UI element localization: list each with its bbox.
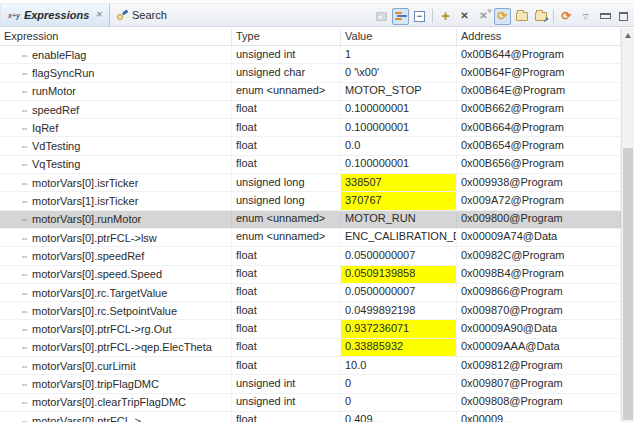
value-cell: 0.0509139858 [341, 266, 457, 283]
type-cell: unsigned long [232, 174, 341, 191]
expression-cell: ⇔runMotor [0, 83, 232, 100]
table-row[interactable]: ⇔motorVars[0].tripFlagDMC unsigned int 0… [0, 375, 621, 393]
table-body: ⇔enableFlag unsigned int 1 0x00B644@Prog… [0, 46, 621, 422]
address-cell: 0x009A72@Program [457, 192, 621, 209]
expression-name: enableFlag [32, 49, 86, 61]
remove-all-expressions-icon[interactable]: ✕ [475, 8, 492, 25]
table-row[interactable]: ⇔motorVars[0].isrTicker unsigned long 33… [0, 174, 621, 192]
expression-icon: ⇔ [20, 87, 29, 96]
add-expression-icon[interactable]: + [437, 8, 454, 25]
type-cell: float [232, 320, 341, 337]
address-cell: 0x009807@Program [457, 375, 621, 392]
search-icon [117, 10, 128, 21]
table-row[interactable]: ⇔motorVars[0].ptrFCL->qep.ElecTheta floa… [0, 339, 621, 357]
expression-icon: ⇔ [20, 105, 29, 114]
scroll-up-icon[interactable] [622, 28, 634, 43]
expression-cell: ⇔IqRef [0, 119, 232, 136]
maximize-icon[interactable] [615, 8, 632, 25]
column-header-type[interactable]: Type [232, 28, 341, 45]
value-cell: 0 [341, 375, 457, 392]
address-cell: 0x009870@Program [457, 302, 621, 319]
expression-cell: ⇔flagSyncRun [0, 64, 232, 81]
address-cell: 0x00B64F@Program [457, 64, 621, 81]
show-column-layout-icon[interactable] [373, 8, 390, 25]
type-cell: float [232, 357, 341, 374]
show-logical-structure-icon[interactable] [392, 8, 409, 25]
value-cell: 0.0500000007 [341, 284, 457, 301]
table-row[interactable]: ⇔VdTesting float 0.0 0x00B654@Program [0, 137, 621, 155]
export-expressions-icon[interactable] [532, 8, 549, 25]
table-row[interactable]: ⇔motorVars[0].runMotor enum <unnamed> MO… [0, 211, 621, 229]
table-row[interactable]: ⇔motorVars[0].clearTripFlagDMC unsigned … [0, 394, 621, 412]
vertical-scrollbar[interactable] [621, 28, 634, 422]
expression-name: motorVars[0].speed.Speed [32, 268, 162, 280]
close-icon[interactable]: ✕ [95, 11, 102, 19]
value-cell: 0.0499892198 [341, 302, 457, 319]
expression-icon: ⇔ [20, 398, 29, 407]
expression-cell: ⇔motorVars[0].ptrFCL->... [0, 412, 232, 422]
expression-name: speedRef [32, 104, 79, 116]
type-cell: float [232, 137, 341, 154]
table-row[interactable]: ⇔VqTesting float 0.100000001 0x00B656@Pr… [0, 156, 621, 174]
remove-expression-icon[interactable]: ✕ [456, 8, 473, 25]
refresh-icon[interactable]: ⟳ [558, 8, 575, 25]
expressions-table: Expression Type Value Address ⇔enableFla… [0, 28, 621, 422]
expressions-view: x+y Expressions ✕ Search − + ✕ ✕ ⟳ ⟳ ▽ [0, 0, 634, 422]
type-cell: enum <unnamed> [232, 229, 341, 246]
table-row[interactable]: ⇔motorVars[0].ptrFCL->lsw enum <unnamed>… [0, 229, 621, 247]
address-cell: 0x00982C@Program [457, 247, 621, 264]
collapse-all-icon[interactable]: − [411, 8, 428, 25]
table-row[interactable]: ⇔motorVars[0].ptrFCL->rg.Out float 0.937… [0, 320, 621, 338]
type-cell: float [232, 266, 341, 283]
toolbar-separator [432, 9, 433, 23]
expression-name: motorVars[0].ptrFCL->lsw [32, 232, 157, 244]
value-cell: 0 '\x00' [341, 64, 457, 81]
expression-name: VqTesting [32, 158, 80, 170]
table-row[interactable]: ⇔flagSyncRun unsigned char 0 '\x00' 0x00… [0, 64, 621, 82]
expression-icon: ⇔ [20, 178, 29, 187]
expression-icon: ⇔ [20, 270, 29, 279]
value-cell: 0.100000001 [341, 156, 457, 173]
table-row[interactable]: ⇔motorVars[0].speedRef float 0.050000000… [0, 247, 621, 265]
table-row[interactable]: ⇔motorVars[0].speed.Speed float 0.050913… [0, 266, 621, 284]
expression-cell: ⇔motorVars[0].runMotor [0, 211, 232, 228]
tab-search[interactable]: Search [110, 4, 174, 26]
column-header-expression[interactable]: Expression [0, 28, 232, 45]
expression-cell: ⇔motorVars[0].ptrFCL->rg.Out [0, 320, 232, 337]
table-row[interactable]: ⇔speedRef float 0.100000001 0x00B662@Pro… [0, 101, 621, 119]
expression-icon: ⇔ [20, 361, 29, 370]
column-header-value[interactable]: Value [341, 28, 457, 45]
tab-expressions[interactable]: x+y Expressions ✕ [0, 4, 110, 26]
expression-name: motorVars[0].speedRef [32, 250, 144, 262]
column-header-address[interactable]: Address [457, 28, 621, 45]
table-row[interactable]: ⇔runMotor enum <unnamed> MOTOR_STOP 0x00… [0, 83, 621, 101]
expression-icon: ⇔ [20, 416, 29, 422]
continuous-refresh-icon[interactable]: ⟳ [494, 8, 511, 25]
expression-cell: ⇔motorVars[0].isrTicker [0, 174, 232, 191]
view-menu-icon[interactable]: ▽ [577, 8, 594, 25]
table-row[interactable]: ⇔IqRef float 0.100000001 0x00B664@Progra… [0, 119, 621, 137]
type-cell: float [232, 156, 341, 173]
expression-cell: ⇔VqTesting [0, 156, 232, 173]
value-cell: 0.0500000007 [341, 247, 457, 264]
value-cell: 0.409... [341, 412, 457, 422]
table-row[interactable]: ⇔motorVars[0].ptrFCL->... float 0.409...… [0, 412, 621, 422]
table-row[interactable]: ⇔motorVars[0].curLimit float 10.0 0x0098… [0, 357, 621, 375]
type-cell: float [232, 302, 341, 319]
table-row[interactable]: ⇔motorVars[1].isrTicker unsigned long 37… [0, 192, 621, 210]
table-row[interactable]: ⇔motorVars[0].rc.TargetValue float 0.050… [0, 284, 621, 302]
import-expressions-icon[interactable] [513, 8, 530, 25]
address-cell: 0x00009A74@Data [457, 229, 621, 246]
address-cell: 0x009938@Program [457, 174, 621, 191]
address-cell: 0x00B64E@Program [457, 83, 621, 100]
expression-name: motorVars[0].rc.TargetValue [32, 287, 167, 299]
expression-cell: ⇔VdTesting [0, 137, 232, 154]
scrollbar-thumb[interactable] [623, 148, 633, 420]
view-toolbar: − + ✕ ✕ ⟳ ⟳ ▽ [373, 7, 632, 25]
type-cell: float [232, 101, 341, 118]
value-cell: 10.0 [341, 357, 457, 374]
table-row[interactable]: ⇔enableFlag unsigned int 1 0x00B644@Prog… [0, 46, 621, 64]
minimize-icon[interactable] [596, 8, 613, 25]
table-row[interactable]: ⇔motorVars[0].rc.SetpointValue float 0.0… [0, 302, 621, 320]
expression-cell: ⇔motorVars[0].rc.SetpointValue [0, 302, 232, 319]
